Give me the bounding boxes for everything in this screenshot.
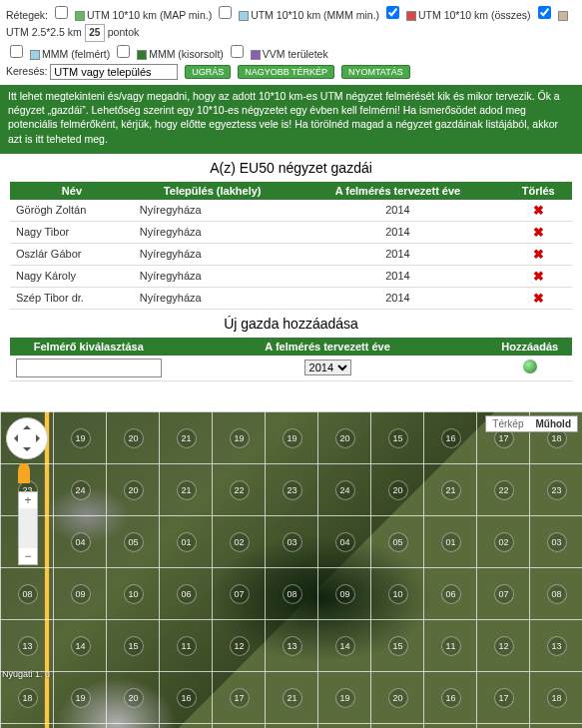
layer-r2-cb-1[interactable] (117, 45, 130, 58)
grid-cell-label: 18 (547, 688, 567, 708)
grid-cell-label: 16 (441, 428, 461, 448)
surveyor-input[interactable] (16, 359, 162, 377)
grid-cell-label: 16 (441, 688, 461, 708)
swatch-0 (75, 11, 85, 21)
layer-cb-1[interactable] (219, 6, 232, 19)
cell-city: Nyíregyháza (134, 221, 291, 243)
grid-cell-label: 19 (71, 688, 91, 708)
zoom-in-button[interactable]: + (19, 492, 37, 508)
year-select[interactable]: 2014 (304, 360, 351, 375)
add-title: Új gazda hozzáadása (0, 310, 582, 338)
grid-cell-label: 04 (335, 532, 355, 552)
add-row: 2014 (10, 356, 572, 381)
delete-icon[interactable]: ✖ (533, 225, 544, 240)
pan-left-icon[interactable] (10, 434, 18, 442)
grid-cell-label: 18 (18, 688, 38, 708)
delete-icon[interactable]: ✖ (533, 291, 544, 306)
grid-cell-label: 20 (124, 688, 144, 708)
grid-cell-label: 20 (388, 480, 408, 500)
delete-icon[interactable]: ✖ (533, 247, 544, 262)
add-table: Felmérő kiválasztása A felmérés tervezet… (10, 338, 572, 381)
cell-name: Nagy Tibor (10, 221, 134, 243)
cell-name: Oszlár Gábor (10, 243, 134, 265)
table-row: Szép Tibor dr.Nyíregyháza2014✖ (10, 287, 572, 309)
grid-cell-label: 03 (283, 532, 302, 552)
grid-overlay (0, 411, 582, 728)
table-row: Görögh ZoltánNyíregyháza2014✖ (10, 200, 572, 222)
owners-title: A(z) EU50 négyzet gazdái (0, 154, 582, 182)
grid-cell-label: 05 (388, 532, 408, 552)
delete-icon[interactable]: ✖ (533, 203, 544, 218)
cell-year: 2014 (291, 243, 504, 265)
grid-cell-label: 07 (230, 584, 250, 604)
pan-right-icon[interactable] (36, 434, 44, 442)
map[interactable]: 1819202119192015161718232420212223242021… (0, 411, 582, 728)
search-label: Keresés: (6, 65, 47, 77)
map-type-switch: Térkép Műhold (485, 415, 578, 432)
pan-down-icon[interactable] (23, 447, 31, 455)
layer-lbl-2: UTM 10*10 km (összes) (418, 9, 531, 21)
points-label: pontok (108, 26, 140, 38)
go-button[interactable]: UGRÁS (185, 65, 231, 79)
layer-cb-0[interactable] (55, 6, 68, 19)
grid-cell-label: 22 (230, 480, 250, 500)
print-button[interactable]: NYOMTATÁS (341, 65, 410, 79)
grid-cell-label: 10 (388, 584, 408, 604)
delete-icon[interactable]: ✖ (533, 269, 544, 284)
map-type-map[interactable]: Térkép (486, 416, 529, 431)
grid-cell-label: 09 (335, 584, 355, 604)
pan-up-icon[interactable] (23, 421, 31, 429)
grid-cell-label: 11 (441, 636, 461, 656)
grid-cell-label: 24 (335, 480, 355, 500)
street-label: Nyugati 1. u (2, 669, 50, 679)
zoom-out-button[interactable]: − (19, 548, 37, 564)
cell-name: Görögh Zoltán (10, 200, 134, 222)
layer-lbl-1: UTM 10*10 km (MMM min.) (251, 9, 379, 21)
search-input[interactable] (50, 64, 178, 80)
grid-cell-label: 14 (335, 636, 355, 656)
grid-cell-label: 20 (335, 428, 355, 448)
info-bar: Itt lehet megtekinteni és/vagy megadni, … (0, 85, 582, 154)
map-type-sat[interactable]: Műhold (529, 416, 577, 431)
grid-cell-label: 19 (335, 688, 355, 708)
layer-cb-2[interactable] (386, 6, 399, 19)
add-ok-icon[interactable] (523, 360, 537, 373)
grid-cell-label: 14 (71, 636, 91, 656)
grid-cell-label: 23 (547, 480, 567, 500)
grid-cell-label: 23 (283, 480, 302, 500)
grid-cell-label: 01 (441, 532, 461, 552)
grid-cell-label: 15 (124, 636, 144, 656)
col-name: Név (10, 182, 134, 200)
grid-cell-label: 09 (71, 584, 91, 604)
layer-r2-cb-2[interactable] (231, 45, 244, 58)
pan-control[interactable] (6, 417, 48, 459)
grid-cell-label: 20 (124, 480, 144, 500)
grid-cell-label: 24 (71, 480, 91, 500)
grid-cell-label: 20 (388, 688, 408, 708)
cell-year: 2014 (291, 221, 504, 243)
swatch-2 (406, 11, 416, 21)
col-surveyor: Felmérő kiválasztása (10, 338, 168, 356)
owners-table: Név Település (lakhely) A felmérés terve… (10, 182, 572, 310)
grid-cell-label: 03 (547, 532, 567, 552)
grid-cell-label: 01 (177, 532, 197, 552)
bigger-map-button[interactable]: NAGYOBB TÉRKÉP (238, 65, 334, 79)
cell-name: Szép Tibor dr. (10, 287, 134, 309)
grid-cell-label: 04 (71, 532, 91, 552)
grid-cell-label: 13 (547, 636, 567, 656)
grid-cell-label: 07 (494, 584, 514, 604)
layer-cb-3[interactable] (538, 6, 551, 19)
zoom-slider[interactable] (19, 508, 37, 548)
zoom-control: + − (18, 491, 38, 565)
grid-cell-label: 06 (441, 584, 461, 604)
swatch-r2-2 (251, 50, 261, 60)
cell-year: 2014 (291, 200, 504, 222)
swatch-r2-0 (30, 50, 40, 60)
points-count: 25 (85, 24, 105, 42)
grid-cell-label: 21 (177, 480, 197, 500)
grid-cell-label: 15 (388, 428, 408, 448)
grid-cell-label: 20 (124, 428, 144, 448)
layer-r2-cb-0[interactable] (10, 45, 23, 58)
pegman-icon[interactable] (18, 463, 30, 483)
grid-cell-label: 17 (230, 688, 250, 708)
